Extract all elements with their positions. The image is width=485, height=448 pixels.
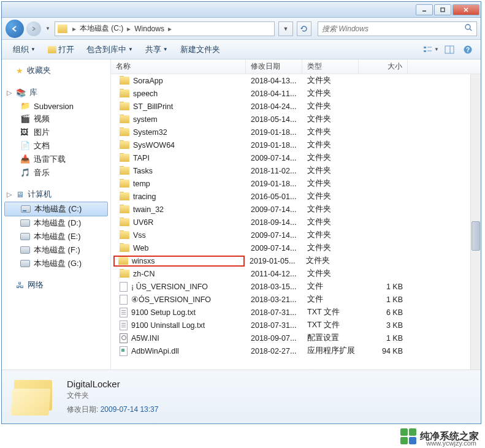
file-date: 2018-04-13...	[246, 76, 302, 86]
scrollbar-thumb[interactable]	[472, 221, 480, 251]
chevron-right-icon[interactable]: ▸	[126, 25, 132, 33]
file-row[interactable]: 9100 Setup Log.txt2018-07-31...TXT 文件6 K…	[111, 306, 481, 319]
config-file-icon	[120, 333, 128, 343]
organize-menu[interactable]: 组织▼	[7, 42, 42, 58]
minimize-button[interactable]	[416, 4, 433, 15]
file-row[interactable]: temp2019-01-18...文件夹	[111, 177, 481, 190]
tree-label: 本地磁盘 (G:)	[34, 258, 82, 269]
file-type: 文件	[302, 294, 359, 305]
file-row[interactable]: A5W.INI2018-09-07...配置设置1 KB	[111, 332, 481, 344]
libraries-group[interactable]: ▷📚库	[2, 85, 110, 100]
file-row[interactable]: system2018-05-14...文件夹	[111, 113, 481, 126]
network-group[interactable]: 🖧网络	[2, 278, 110, 292]
refresh-button[interactable]	[297, 21, 311, 36]
svg-line-5	[470, 29, 472, 31]
sidebar-item-library[interactable]: 📁Subversion	[2, 100, 110, 112]
column-date[interactable]: 修改日期	[246, 59, 302, 74]
maximize-button[interactable]	[434, 4, 451, 15]
help-button[interactable]: ?	[460, 43, 476, 56]
history-dropdown-icon[interactable]: ▼	[44, 26, 52, 31]
expand-icon[interactable]: ▷	[7, 192, 12, 197]
sidebar-item-drive[interactable]: 本地磁盘 (F:)	[2, 243, 110, 257]
folder-icon	[120, 89, 129, 97]
chevron-right-icon[interactable]: ▸	[71, 25, 77, 33]
breadcrumb-segment[interactable]: 本地磁盘 (C:)	[77, 23, 126, 34]
chevron-right-icon[interactable]: ▸	[167, 25, 173, 33]
favorites-group[interactable]: ★收藏夹	[2, 63, 110, 78]
include-library-menu[interactable]: 包含到库中▼	[80, 42, 139, 58]
close-button[interactable]	[453, 4, 479, 15]
share-menu[interactable]: 共享▼	[139, 42, 174, 58]
sidebar-item-library[interactable]: 📥迅雷下载	[2, 153, 110, 166]
file-row[interactable]: Tasks2018-11-02...文件夹	[111, 164, 481, 177]
dll-file-icon	[120, 346, 128, 356]
file-row[interactable]: zh-CN2011-04-12...文件夹	[111, 267, 481, 280]
file-row[interactable]: Web2009-07-14...文件夹	[111, 241, 481, 254]
file-name: UV6R	[133, 218, 153, 227]
file-date: 2019-01-18...	[246, 179, 302, 189]
file-size	[359, 93, 408, 94]
drive-icon	[20, 219, 30, 227]
column-name[interactable]: 名称	[111, 59, 246, 74]
file-row[interactable]: System322019-01-18...文件夹	[111, 126, 481, 139]
file-row[interactable]: winsxs2019-01-05...文件夹	[111, 254, 481, 267]
file-row[interactable]: 9100 Uninstall Log.txt2018-07-31...TXT 文…	[111, 319, 481, 332]
file-row[interactable]: AdbWinApi.dll2018-02-27...应用程序扩展94 KB	[111, 344, 481, 357]
address-history-button[interactable]: ▼	[278, 21, 293, 36]
file-row[interactable]: ¡ ÛS_VERSION_INFO2018-03-15...文件1 KB	[111, 280, 481, 293]
watermark-logo-icon	[400, 428, 416, 444]
computer-group[interactable]: ▷🖥计算机	[2, 187, 110, 202]
search-box[interactable]	[318, 21, 477, 36]
search-input[interactable]	[322, 25, 464, 33]
folder-icon	[120, 244, 129, 252]
sidebar-item-library[interactable]: 🎵音乐	[2, 166, 110, 180]
address-bar[interactable]: ▸ 本地磁盘 (C:) ▸ Windows ▸	[55, 21, 275, 36]
svg-rect-10	[445, 46, 454, 53]
open-button[interactable]: 打开	[42, 42, 80, 58]
file-row[interactable]: ④ÓS_VERSION_INFO2018-03-21...文件1 KB	[111, 293, 481, 306]
sidebar-item-library[interactable]: 📄文档	[2, 139, 110, 153]
scrollbar[interactable]	[470, 74, 481, 370]
file-type: 文件夹	[302, 126, 359, 138]
view-options-button[interactable]: ▼	[423, 43, 439, 56]
search-icon[interactable]	[464, 23, 473, 34]
file-date: 2009-07-14...	[246, 153, 302, 163]
file-row[interactable]: speech2018-04-11...文件夹	[111, 87, 481, 100]
file-row[interactable]: ST_BillPrint2018-04-24...文件夹	[111, 100, 481, 113]
file-row[interactable]: UV6R2018-09-14...文件夹	[111, 216, 481, 229]
sidebar-item-drive[interactable]: 本地磁盘 (G:)	[2, 257, 110, 270]
file-row[interactable]: Vss2009-07-14...文件夹	[111, 229, 481, 241]
file-row[interactable]: tracing2016-05-01...文件夹	[111, 190, 481, 203]
library-icon: 📚	[16, 88, 26, 97]
file-name: zh-CN	[133, 270, 155, 278]
folder-icon	[120, 115, 129, 123]
new-folder-button[interactable]: 新建文件夹	[174, 42, 226, 58]
sidebar-item-drive[interactable]: 本地磁盘 (D:)	[2, 216, 110, 230]
forward-button[interactable]	[26, 21, 41, 36]
file-name: ④ÓS_VERSION_INFO	[131, 295, 211, 304]
sidebar-item-drive[interactable]: 本地磁盘 (C:)	[4, 202, 108, 216]
file-date: 2018-09-14...	[246, 218, 302, 227]
breadcrumb-segment[interactable]: Windows	[132, 25, 167, 33]
file-name: tracing	[133, 192, 156, 201]
column-type[interactable]: 类型	[302, 59, 359, 74]
expand-icon[interactable]: ▷	[7, 90, 12, 96]
preview-pane-button[interactable]	[441, 43, 457, 56]
file-row[interactable]: twain_322009-07-14...文件夹	[111, 203, 481, 216]
details-title: DigitalLocker	[67, 379, 158, 389]
file-date: 2018-04-24...	[246, 102, 302, 112]
sidebar-item-drive[interactable]: 本地磁盘 (E:)	[2, 230, 110, 243]
file-size	[359, 273, 408, 275]
folder-icon	[120, 180, 129, 188]
file-size	[359, 235, 408, 236]
back-button[interactable]	[6, 20, 24, 38]
file-date: 2009-07-14...	[246, 230, 302, 240]
column-size[interactable]: 大小	[359, 59, 408, 74]
file-size: 1 KB	[359, 333, 408, 343]
file-row[interactable]: TAPI2009-07-14...文件夹	[111, 151, 481, 164]
file-row[interactable]: SoraApp2018-04-13...文件夹	[111, 74, 481, 87]
file-name: ¡ ÛS_VERSION_INFO	[131, 283, 208, 291]
file-row[interactable]: SysWOW642019-01-18...文件夹	[111, 139, 481, 151]
sidebar-item-library[interactable]: 🖼图片	[2, 126, 110, 139]
sidebar-item-library[interactable]: 🎬视频	[2, 112, 110, 126]
